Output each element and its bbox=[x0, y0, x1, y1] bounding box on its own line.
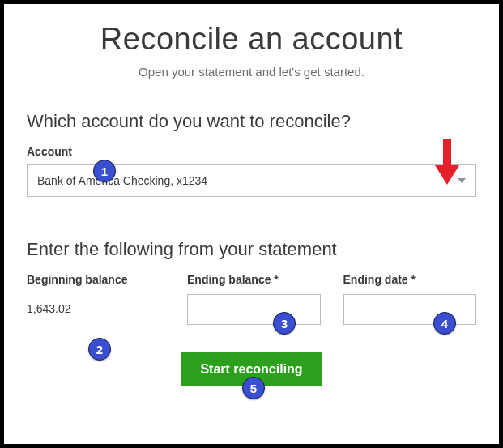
ending-balance-label: Ending balance * bbox=[187, 273, 321, 286]
page-title: Reconcile an account bbox=[27, 22, 476, 57]
annotation-badge-2: 2 bbox=[88, 338, 111, 361]
arrow-annotation-icon bbox=[433, 138, 461, 186]
account-select-value: Bank of America Checking, x1234 bbox=[37, 174, 207, 187]
svg-marker-1 bbox=[435, 165, 459, 185]
annotation-badge-5: 5 bbox=[242, 377, 265, 399]
annotation-badge-3: 3 bbox=[273, 312, 296, 335]
page-subtitle: Open your statement and let's get starte… bbox=[27, 65, 476, 79]
annotation-badge-1: 1 bbox=[93, 160, 116, 182]
beginning-balance-value: 1,643.02 bbox=[27, 302, 164, 315]
ending-date-label: Ending date * bbox=[343, 273, 477, 286]
beginning-balance-label: Beginning balance bbox=[27, 273, 164, 286]
ending-date-input[interactable] bbox=[343, 294, 477, 325]
account-label: Account bbox=[27, 145, 476, 158]
reconcile-dialog: Reconcile an account Open your statement… bbox=[0, 0, 503, 448]
statement-section-heading: Enter the following from your statement bbox=[27, 239, 476, 260]
annotation-badge-4: 4 bbox=[433, 312, 456, 335]
account-section-heading: Which account do you want to reconcile? bbox=[27, 111, 476, 132]
ending-balance-input[interactable] bbox=[187, 294, 321, 325]
